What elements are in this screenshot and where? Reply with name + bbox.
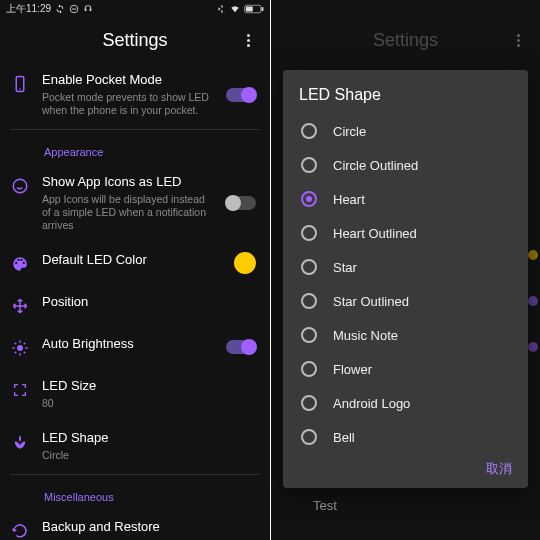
background-swatches <box>528 250 538 352</box>
headphones-icon <box>83 4 93 14</box>
section-appearance: Appearance <box>0 132 270 164</box>
status-time: 上午11:29 <box>6 2 51 16</box>
status-bar: 上午11:29 <box>0 0 270 18</box>
dialog-option[interactable]: Circle <box>299 114 512 148</box>
dialog-option[interactable]: Music Note <box>299 318 512 352</box>
svg-point-6 <box>19 89 21 91</box>
bluetooth-icon <box>216 4 226 14</box>
led-shape-dialog: LED Shape CircleCircle OutlinedHeartHear… <box>283 70 528 488</box>
color-swatch <box>528 296 538 306</box>
row-title: Auto Brightness <box>42 336 214 353</box>
brightness-icon <box>10 338 30 358</box>
app-icons-toggle[interactable] <box>226 196 256 210</box>
radio-icon <box>301 191 317 207</box>
restore-icon <box>10 521 30 540</box>
phone-icon <box>10 74 30 94</box>
row-auto-brightness[interactable]: Auto Brightness <box>0 326 270 368</box>
svg-rect-4 <box>262 7 264 11</box>
dialog-option[interactable]: Heart <box>299 182 512 216</box>
app-bar-title: Settings <box>373 30 438 51</box>
row-title: LED Shape <box>42 430 256 447</box>
option-label: Star Outlined <box>333 294 409 309</box>
row-led-shape[interactable]: LED Shape Circle <box>0 420 270 472</box>
svg-line-16 <box>24 343 26 345</box>
row-app-icons[interactable]: Show App Icons as LED App Icons will be … <box>0 164 270 242</box>
radio-icon <box>301 361 317 377</box>
row-led-size[interactable]: LED Size 80 <box>0 368 270 420</box>
option-label: Star <box>333 260 357 275</box>
overflow-menu-button <box>506 18 530 62</box>
default-color-swatch[interactable] <box>234 252 256 274</box>
option-label: Circle Outlined <box>333 158 418 173</box>
radio-icon <box>301 157 317 173</box>
row-test: Test <box>271 488 540 530</box>
svg-point-7 <box>13 179 27 193</box>
row-subtitle: App Icons will be displayed instead of a… <box>42 193 214 232</box>
dialog-option[interactable]: Flower <box>299 352 512 386</box>
row-value: 80 <box>42 397 256 410</box>
radio-icon <box>301 225 317 241</box>
more-vert-icon <box>247 34 250 47</box>
row-title: LED Size <box>42 378 256 395</box>
dialog-option[interactable]: Bell <box>299 420 512 454</box>
dialog-option[interactable]: Star <box>299 250 512 284</box>
battery-icon <box>244 4 264 14</box>
spa-icon <box>10 432 30 452</box>
fullscreen-icon <box>10 380 30 400</box>
row-title: Position <box>42 294 256 311</box>
option-label: Heart <box>333 192 365 207</box>
palette-icon <box>10 254 30 274</box>
dialog-option[interactable]: Android Logo <box>299 386 512 420</box>
row-position[interactable]: Position <box>0 284 270 326</box>
option-label: Heart Outlined <box>333 226 417 241</box>
status-bar <box>271 0 540 18</box>
radio-icon <box>301 123 317 139</box>
option-label: Android Logo <box>333 396 410 411</box>
radio-icon <box>301 259 317 275</box>
dialog-option[interactable]: Heart Outlined <box>299 216 512 250</box>
auto-brightness-toggle[interactable] <box>226 340 256 354</box>
divider <box>10 129 260 130</box>
settings-screen-left: 上午11:29 Settings Enable Pocket Mode Pock… <box>0 0 270 540</box>
row-default-color[interactable]: Default LED Color <box>0 242 270 284</box>
option-label: Music Note <box>333 328 398 343</box>
settings-list: Enable Pocket Mode Pocket mode prevents … <box>0 62 270 540</box>
section-misc: Miscellaneous <box>0 477 270 509</box>
option-label: Circle <box>333 124 366 139</box>
row-title: Default LED Color <box>42 252 222 269</box>
option-label: Flower <box>333 362 372 377</box>
option-label: Bell <box>333 430 355 445</box>
svg-rect-1 <box>72 9 76 10</box>
row-pocket-mode[interactable]: Enable Pocket Mode Pocket mode prevents … <box>0 62 270 127</box>
color-swatch <box>528 342 538 352</box>
row-value: Circle <box>42 449 256 462</box>
row-title: Test <box>313 498 526 515</box>
svg-point-8 <box>17 345 23 351</box>
svg-rect-3 <box>246 7 253 12</box>
app-bar: Settings <box>271 18 540 62</box>
radio-icon <box>301 429 317 445</box>
radio-icon <box>301 327 317 343</box>
radio-icon <box>301 395 317 411</box>
dialog-title: LED Shape <box>299 86 512 104</box>
dialog-cancel-button[interactable]: 取消 <box>486 460 512 478</box>
row-backup-restore[interactable]: Backup and Restore <box>0 509 270 540</box>
dnd-icon <box>69 4 79 14</box>
row-subtitle: Pocket mode prevents to show LED when th… <box>42 91 214 117</box>
svg-line-13 <box>15 343 17 345</box>
pocket-mode-toggle[interactable] <box>226 88 256 102</box>
whatsapp-icon <box>10 176 30 196</box>
move-icon <box>10 296 30 316</box>
color-swatch <box>528 250 538 260</box>
sync-icon <box>55 4 65 14</box>
dialog-option[interactable]: Circle Outlined <box>299 148 512 182</box>
divider <box>10 474 260 475</box>
svg-line-14 <box>24 352 26 354</box>
settings-screen-right: Settings Enable Pocket Mode Pocket mode … <box>270 0 540 540</box>
dialog-option[interactable]: Star Outlined <box>299 284 512 318</box>
app-bar-title: Settings <box>102 30 167 51</box>
wifi-icon <box>230 4 240 14</box>
more-vert-icon <box>517 34 520 47</box>
overflow-menu-button[interactable] <box>236 18 260 62</box>
row-title: Show App Icons as LED <box>42 174 214 191</box>
